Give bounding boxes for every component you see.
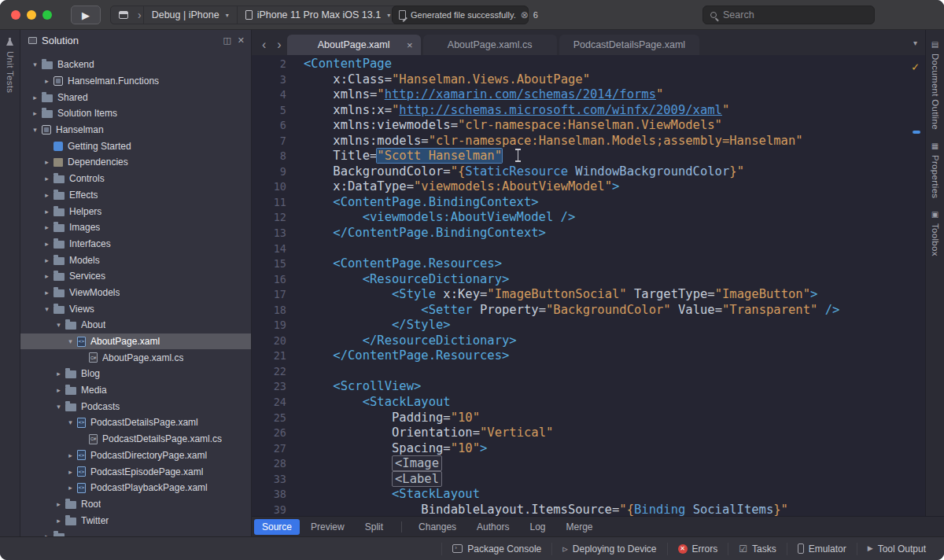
view-tab-merge[interactable]: Merge bbox=[557, 519, 603, 535]
code-line[interactable]: 23 <ScrollView> bbox=[252, 379, 925, 395]
editor-tab[interactable]: PodcastDetailsPage.xaml bbox=[559, 35, 699, 55]
statusbar-item-errors[interactable]: ✕Errors bbox=[667, 543, 728, 555]
expander-icon[interactable]: ▾ bbox=[42, 305, 52, 313]
tree-item[interactable]: ▾AboutPage.xaml bbox=[20, 333, 251, 350]
view-tab-log[interactable]: Log bbox=[520, 519, 555, 535]
run-button[interactable]: ▶ bbox=[71, 6, 101, 24]
view-tab-preview[interactable]: Preview bbox=[301, 519, 354, 535]
expander-icon[interactable]: ▸ bbox=[65, 468, 76, 476]
expander-icon[interactable]: ▸ bbox=[42, 223, 52, 231]
tree-item[interactable]: AboutPage.xaml.cs bbox=[20, 349, 251, 366]
tree-item[interactable]: ▸Media bbox=[20, 382, 251, 399]
code-line[interactable]: 11 <ContentPage.BindingContext> bbox=[252, 195, 925, 211]
code-line[interactable]: 10 x:DataType="viewmodels:AboutViewModel… bbox=[252, 179, 925, 195]
tree-item[interactable]: ▾PodcastDetailsPage.xaml bbox=[20, 414, 251, 431]
expander-icon[interactable]: ▸ bbox=[42, 272, 52, 280]
view-tab-authors[interactable]: Authors bbox=[467, 519, 518, 535]
expander-icon[interactable]: ▸ bbox=[42, 208, 52, 216]
expander-icon[interactable]: ▾ bbox=[53, 321, 64, 329]
code-line[interactable]: 19 </Style> bbox=[252, 318, 925, 333]
statusbar-item-package-console[interactable]: Package Console bbox=[441, 543, 551, 555]
tree-item[interactable]: ▸Effects bbox=[20, 187, 251, 204]
statusbar-item-tool-output[interactable]: ▶Tool Output bbox=[857, 543, 936, 555]
tree-item[interactable]: ▸Shared bbox=[20, 89, 251, 105]
code-line[interactable]: 25 Padding="10" bbox=[252, 411, 925, 426]
expander-icon[interactable]: ▸ bbox=[30, 94, 40, 101]
navigate-back-icon[interactable]: ‹ bbox=[262, 39, 266, 51]
expander-icon[interactable]: ▸ bbox=[42, 191, 52, 199]
tree-item[interactable]: ▸Images bbox=[20, 219, 251, 236]
tree-item[interactable]: ▾About bbox=[20, 317, 251, 333]
code-line[interactable]: 38 <StackLayout bbox=[252, 487, 925, 503]
tree-item[interactable]: ▸Blog bbox=[20, 366, 251, 382]
dock-icon[interactable]: ◫ bbox=[223, 36, 230, 45]
expander-icon[interactable]: ▸ bbox=[53, 500, 64, 508]
expander-icon[interactable]: ▸ bbox=[30, 109, 40, 117]
code-line[interactable]: 7 xmlns:models="clr-namespace:Hanselman.… bbox=[252, 134, 925, 149]
minimize-window-button[interactable] bbox=[27, 10, 36, 20]
code-line[interactable]: 16 <ResourceDictionary> bbox=[252, 272, 925, 288]
expander-icon[interactable]: ▸ bbox=[42, 158, 52, 166]
code-line[interactable]: 4 xmlns="http://xamarin.com/schemas/2014… bbox=[252, 87, 925, 103]
code-line[interactable]: 39 BindableLayout.ItemsSource="{Binding … bbox=[252, 503, 925, 516]
tree-item[interactable]: ▸PodcastDirectoryPage.xaml bbox=[20, 448, 251, 464]
tree-item[interactable]: Getting Started bbox=[20, 138, 251, 154]
tree-item[interactable]: ▸Dependencies bbox=[20, 154, 251, 171]
expander-icon[interactable]: ▾ bbox=[65, 418, 76, 426]
expander-icon[interactable]: ▸ bbox=[42, 77, 52, 85]
editor-tab[interactable]: AboutPage.xaml× bbox=[287, 35, 421, 55]
code-line[interactable]: 28 <Image bbox=[252, 456, 925, 472]
unit-tests-pad[interactable]: Unit Tests bbox=[0, 30, 20, 93]
tree-item[interactable]: ▸Root bbox=[20, 496, 251, 513]
code-line[interactable]: 9 BackgroundColor="{StaticResource Windo… bbox=[252, 164, 925, 180]
code-line[interactable]: 24 <StackLayout bbox=[252, 395, 925, 411]
expander-icon[interactable]: ▸ bbox=[65, 451, 76, 459]
panel-tab[interactable]: ▤Document Outline bbox=[926, 41, 944, 130]
tree-item[interactable]: ▸Models bbox=[20, 252, 251, 268]
code-line[interactable]: 6 xmlns:viewmodels="clr-namespace:Hansel… bbox=[252, 118, 925, 134]
folded-region[interactable]: <Label bbox=[392, 471, 442, 487]
expander-icon[interactable]: ▾ bbox=[53, 403, 64, 411]
expander-icon[interactable]: ▾ bbox=[30, 126, 40, 134]
tree-item[interactable]: ▾Backend bbox=[20, 57, 251, 73]
code-line[interactable]: 13 </ContentPage.BindingContext> bbox=[252, 226, 925, 241]
folded-region[interactable]: <Image bbox=[392, 455, 442, 471]
code-line[interactable]: 22 bbox=[252, 364, 925, 380]
code-line[interactable]: 20 </ResourceDictionary> bbox=[252, 333, 925, 349]
expander-icon[interactable]: ▸ bbox=[42, 240, 52, 248]
tree-item[interactable]: ▾Hanselman bbox=[20, 122, 251, 138]
tree-item[interactable]: ▸Interfaces bbox=[20, 236, 251, 252]
expander-icon[interactable]: ▸ bbox=[42, 256, 52, 264]
expander-icon[interactable]: ▸ bbox=[42, 289, 52, 297]
search-field[interactable]: Search bbox=[702, 6, 875, 24]
code-line[interactable]: 26 Orientation="Vertical" bbox=[252, 426, 925, 441]
code-line[interactable]: 21 </ContentPage.Resources> bbox=[252, 348, 925, 364]
tree-item[interactable]: ▸ViewModels bbox=[20, 285, 251, 301]
tree-item[interactable]: ▾Podcasts bbox=[20, 398, 251, 414]
expander-icon[interactable]: ▸ bbox=[42, 175, 52, 182]
expander-icon[interactable]: ▸ bbox=[53, 370, 64, 378]
view-tab-source[interactable]: Source bbox=[254, 519, 300, 535]
code-line[interactable]: 2<ContentPage bbox=[252, 57, 925, 72]
expander-icon[interactable]: ▾ bbox=[30, 61, 40, 68]
device-selector[interactable]: iPhone 11 Pro Max iOS 13.1 ▾ bbox=[237, 6, 399, 24]
statusbar-item-tasks[interactable]: ☑Tasks bbox=[728, 543, 786, 555]
tree-item[interactable]: ▸Hanselman.Functions bbox=[20, 73, 251, 90]
tree-item[interactable]: PodcastDetailsPage.xaml.cs bbox=[20, 431, 251, 448]
view-tab-split[interactable]: Split bbox=[356, 519, 393, 535]
tree-item[interactable]: ▸PodcastPlaybackPage.xaml bbox=[20, 480, 251, 496]
expander-icon[interactable]: ▸ bbox=[53, 517, 64, 525]
expander-icon[interactable]: ▸ bbox=[65, 484, 76, 492]
close-tab-icon[interactable]: × bbox=[407, 39, 413, 51]
editor-tab[interactable]: AboutPage.xaml.cs bbox=[423, 35, 557, 55]
tree-item[interactable]: ▸Twitter bbox=[20, 512, 251, 529]
tree-item[interactable]: ▸Controls bbox=[20, 171, 251, 187]
code-line[interactable]: 33 <Label bbox=[252, 472, 925, 488]
configuration-selector[interactable]: Debug | iPhone ▾ bbox=[143, 6, 237, 24]
code-line[interactable]: 27 Spacing="10"> bbox=[252, 441, 925, 457]
tree-item[interactable]: ▸Solution Items bbox=[20, 105, 251, 122]
tree-item[interactable]: ▸ bbox=[20, 529, 251, 536]
tree-item[interactable]: ▾Views bbox=[20, 300, 251, 317]
close-window-button[interactable] bbox=[11, 10, 20, 20]
tree-item[interactable]: ▸Services bbox=[20, 268, 251, 285]
